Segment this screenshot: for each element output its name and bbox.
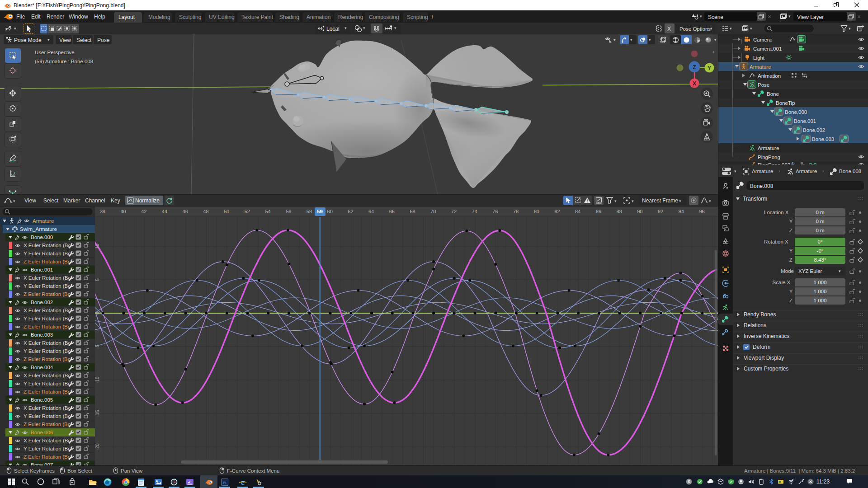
svg-text:Z: Z: [693, 64, 696, 70]
svg-text:X: X: [693, 80, 696, 87]
svg-text:Y: Y: [708, 65, 711, 71]
svg-text:e: e: [241, 478, 245, 487]
svg-text:S: S: [688, 479, 690, 484]
svg-text:Fl: Fl: [223, 481, 226, 485]
